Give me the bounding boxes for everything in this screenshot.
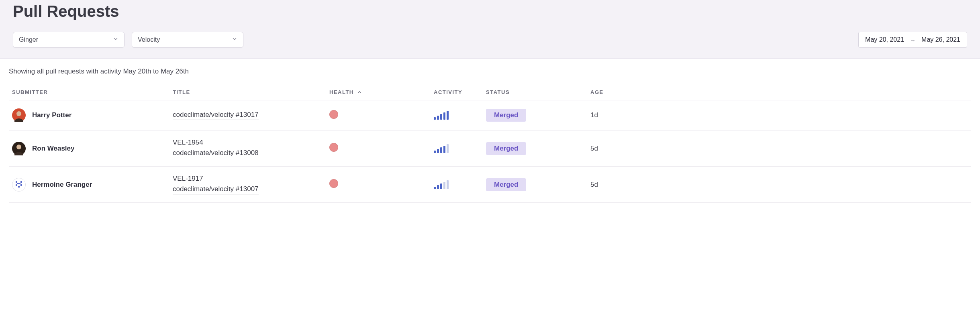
activity-bar [447, 111, 449, 120]
pr-link[interactable]: codeclimate/velocity #13017 [173, 111, 259, 120]
title-stack: VEL-1954codeclimate/velocity #13008 [173, 139, 323, 158]
chevron-down-icon [232, 36, 237, 43]
svg-rect-11 [18, 186, 20, 188]
pr-issue-ref: VEL-1954 [173, 139, 203, 147]
pr-issue-ref: VEL-1917 [173, 175, 203, 184]
table-row: Ron WeasleyVEL-1954codeclimate/velocity … [9, 131, 971, 167]
activity-bar [437, 116, 439, 120]
svg-rect-9 [16, 184, 17, 186]
date-range-start: May 20, 2021 [865, 36, 904, 43]
health-indicator-icon [329, 143, 338, 152]
col-header-status[interactable]: STATUS [483, 84, 587, 100]
svg-rect-5 [16, 181, 17, 183]
svg-rect-8 [19, 183, 20, 184]
activity-bar [434, 151, 436, 153]
activity-bar [443, 182, 445, 189]
table-header-row: SUBMITTER TITLE HEALTH ACTIVITY STATUS A… [9, 84, 971, 100]
org-select-value: Ginger [19, 36, 38, 43]
col-header-activity[interactable]: ACTIVITY [431, 84, 483, 100]
repo-select-value: Velocity [138, 36, 160, 43]
health-indicator-icon [329, 179, 338, 188]
status-badge: Merged [486, 142, 526, 155]
activity-bars-icon [434, 111, 480, 120]
activity-bar [443, 146, 445, 153]
activity-bar [447, 144, 449, 153]
svg-rect-7 [17, 183, 19, 184]
repo-select[interactable]: Velocity [132, 32, 243, 48]
activity-bar [434, 187, 436, 189]
col-header-health[interactable]: HEALTH [326, 84, 431, 100]
pr-link[interactable]: codeclimate/velocity #13008 [173, 149, 259, 158]
title-stack: codeclimate/velocity #13017 [173, 111, 323, 120]
submitter-name: Harry Potter [32, 111, 71, 119]
chevron-down-icon [113, 36, 118, 43]
activity-bar [437, 149, 439, 153]
title-stack: VEL-1917codeclimate/velocity #13007 [173, 175, 323, 194]
arrow-right-icon: → [910, 37, 916, 43]
activity-bar [440, 147, 442, 153]
activity-bar [434, 117, 436, 120]
health-indicator-icon [329, 110, 338, 119]
activity-bars-icon [434, 180, 480, 189]
col-header-submitter[interactable]: SUBMITTER [9, 84, 169, 100]
svg-point-4 [12, 178, 26, 191]
summary-text: Showing all pull requests with activity … [0, 59, 980, 80]
activity-bar [440, 114, 442, 120]
status-badge: Merged [486, 109, 526, 122]
activity-bar [437, 185, 439, 189]
submitter-cell: Harry Potter [12, 108, 166, 122]
col-header-health-label: HEALTH [329, 89, 354, 95]
col-header-title[interactable]: TITLE [169, 84, 326, 100]
avatar [12, 178, 26, 192]
avatar [12, 142, 26, 155]
status-badge: Merged [486, 178, 526, 191]
sort-ascending-icon [357, 89, 361, 95]
pull-requests-table: SUBMITTER TITLE HEALTH ACTIVITY STATUS A… [9, 84, 971, 203]
page-title: Pull Requests [13, 0, 967, 20]
activity-bars-icon [434, 144, 480, 153]
age-cell: 5d [587, 167, 971, 203]
submitter-cell: Hermoine Granger [12, 178, 166, 192]
submitter-name: Ron Weasley [32, 145, 75, 153]
age-cell: 5d [587, 131, 971, 167]
org-select[interactable]: Ginger [13, 32, 125, 48]
header-section: Pull Requests Ginger Velocity May 20, 20… [0, 0, 980, 59]
table-row: Hermoine GrangerVEL-1917codeclimate/velo… [9, 167, 971, 203]
svg-point-1 [16, 111, 21, 116]
pr-link[interactable]: codeclimate/velocity #13007 [173, 185, 259, 194]
svg-rect-10 [20, 184, 22, 186]
svg-point-3 [16, 145, 21, 149]
svg-rect-6 [20, 181, 22, 183]
avatar [12, 108, 26, 122]
activity-bar [440, 184, 442, 189]
submitter-cell: Ron Weasley [12, 142, 166, 155]
age-cell: 1d [587, 100, 971, 131]
table-row: Harry Pottercodeclimate/velocity #13017M… [9, 100, 971, 131]
activity-bar [447, 180, 449, 189]
date-range-picker[interactable]: May 20, 2021 → May 26, 2021 [858, 32, 967, 48]
submitter-name: Hermoine Granger [32, 181, 92, 189]
activity-bar [443, 112, 445, 120]
col-header-age[interactable]: AGE [587, 84, 971, 100]
controls-row: Ginger Velocity May 20, 2021 → May 26, 2… [13, 32, 967, 48]
date-range-end: May 26, 2021 [921, 36, 960, 43]
